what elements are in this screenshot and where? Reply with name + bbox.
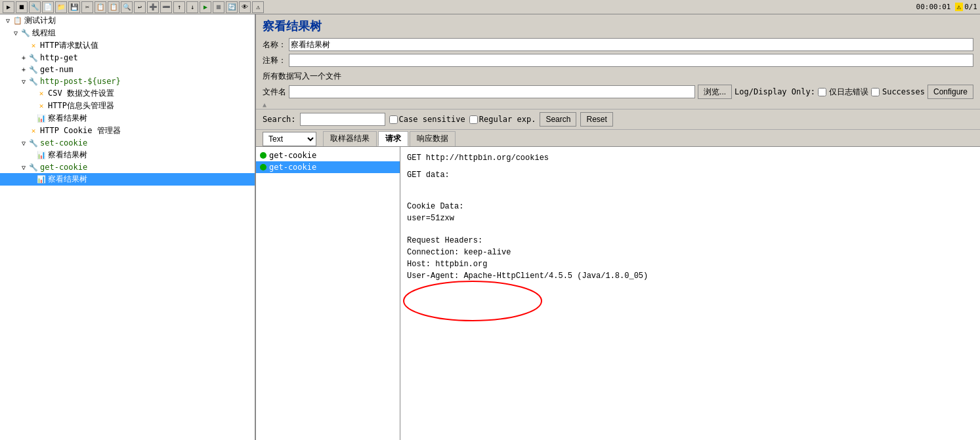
expand-get-num[interactable]: + [20,66,28,73]
expand-view-tree-1[interactable] [28,115,35,123]
toolbar-btn-6[interactable]: 💾 [68,1,80,13]
svg-point-0 [404,281,542,321]
tree-node-test-plan[interactable]: ▽ 📋 测试计划 [0,14,255,27]
main-container: ▽ 📋 测试计划 ▽ 🔧 线程组 ✕ HTTP请求默认值 + 🔧 http-ge… [0,14,980,440]
toolbar-btn-13[interactable]: ➖ [160,1,172,13]
label-get-num: get-num [40,65,74,74]
search-btn[interactable]: Search [540,112,576,127]
expand-http-default[interactable] [20,42,28,50]
log-errors-checkbox[interactable] [818,88,826,96]
annotation-circle [400,278,545,324]
request-text-req-header: Request Headers: [407,235,973,247]
expand-get-cookie[interactable]: ▽ [20,163,28,171]
search-input[interactable] [300,113,385,126]
toolbar-btn-9[interactable]: 📋 [108,1,119,13]
toolbar-btn-8[interactable]: 📋 [95,1,106,13]
expand-http-post[interactable]: ▽ [20,77,28,85]
comment-input[interactable] [289,54,973,67]
icon-get-cookie: 🔧 [28,162,39,172]
label-view-tree-1: 察看结果树 [48,113,87,124]
panel-title: 察看结果树 [256,14,980,37]
log-errors-label: 仅日志错误 [829,87,868,98]
comment-row: 注释： [256,52,980,68]
browse-btn[interactable]: 浏览... [698,85,732,99]
expand-view-tree-3[interactable] [28,176,35,184]
expand-view-tree-2[interactable] [28,151,35,159]
expand-http-get[interactable]: + [20,54,28,62]
icon-test-plan: 📋 [12,16,23,26]
request-text-host: Host: httpbin.org [407,258,973,270]
toolbar-btn-10[interactable]: 🔍 [121,1,133,13]
toolbar-btn-1[interactable]: ▶ [3,1,14,13]
warning-badge: ⚠ [955,3,964,11]
tree-node-view-tree-3[interactable]: 📊 察看结果树 [0,173,255,186]
tree-node-thread-group[interactable]: ▽ 🔧 线程组 [0,27,255,39]
list-item-label-1: get-cookie [269,151,316,160]
tree-node-http-header[interactable]: ✕ HTTP信息头管理器 [0,100,255,112]
toolbar-btn-2[interactable]: ⏹ [16,1,28,13]
tree-node-http-post[interactable]: ▽ 🔧 http-post-${user} [0,75,255,87]
left-list: get-cookie get-cookie [256,147,400,440]
file-input[interactable] [289,85,695,98]
toolbar-btn-eye[interactable]: 👁 [239,1,251,13]
toolbar-btn-7[interactable]: ✂ [81,1,93,13]
format-dropdown[interactable]: Text JSON XML HTML Boundary [263,132,316,146]
list-item-1[interactable]: get-cookie [256,150,400,161]
request-text-cookie-header: Cookie Data: [407,201,973,212]
expand-test-plan[interactable]: ▽ [4,17,12,25]
successes-checkbox[interactable] [871,88,880,96]
warning-count: 0/1 [964,3,977,11]
toolbar-btn-12[interactable]: ➕ [147,1,159,13]
configure-btn[interactable]: Configure [927,85,973,99]
toolbar-btn-15[interactable]: ↓ [186,1,198,13]
toolbar-btn-play[interactable]: ▶ [200,1,211,13]
expand-http-header[interactable] [28,102,35,110]
tree-node-get-cookie[interactable]: ▽ 🔧 get-cookie [0,161,255,173]
request-text-connection: Connection: keep-alive [407,247,973,258]
expand-http-cookie[interactable] [20,127,28,135]
case-sensitive-checkbox[interactable] [389,115,398,124]
tree-node-view-tree-2[interactable]: 📊 察看结果树 [0,149,255,161]
tab-sampler[interactable]: 取样器结果 [323,131,377,146]
file-row: 文件名 浏览... Log/Display Only: 仅日志错误 Succes… [256,83,980,100]
toolbar-btn-reset[interactable]: 🔄 [226,1,238,13]
toolbar-btn-4[interactable]: 📄 [42,1,54,13]
regex-checkbox[interactable] [469,115,478,124]
name-row: 名称： [256,37,980,52]
list-item-2[interactable]: get-cookie [256,161,400,173]
icon-view-tree-3: 📊 [36,174,47,185]
status-dot-1 [260,152,266,159]
expand-csv[interactable] [28,90,35,98]
expand-thread-group[interactable]: ▽ [12,30,20,37]
right-content: GET http://httpbin.org/cookies GET data:… [400,147,980,440]
toolbar-btn-warn[interactable]: ⚠ [252,1,264,13]
tree-node-http-get[interactable]: + 🔧 http-get [0,52,255,64]
icon-http-cookie: ✕ [28,126,39,136]
tree-node-get-num[interactable]: + 🔧 get-num [0,64,255,75]
icon-set-cookie: 🔧 [28,138,39,148]
tab-response[interactable]: 响应数据 [410,131,456,146]
label-get-cookie: get-cookie [40,163,87,172]
tree-node-view-tree-1[interactable]: 📊 察看结果树 [0,112,255,125]
tree-node-http-cookie[interactable]: ✕ HTTP Cookie 管理器 [0,125,255,137]
reset-btn[interactable]: Reset [580,112,612,127]
tree-node-http-default[interactable]: ✕ HTTP请求默认值 [0,39,255,52]
case-sensitive-label: Case sensitive [399,115,465,124]
expand-set-cookie[interactable]: ▽ [20,139,28,147]
icon-http-header: ✕ [36,101,47,111]
label-view-tree-2: 察看结果树 [48,150,87,161]
search-label: Search: [263,115,296,124]
toolbar-btn-5[interactable]: 📁 [55,1,67,13]
list-item-label-2: get-cookie [269,163,316,172]
toolbar-btn-11[interactable]: ↩ [134,1,146,13]
toolbar-btn-3[interactable]: 🔧 [29,1,41,13]
tree-node-set-cookie[interactable]: ▽ 🔧 set-cookie [0,137,255,149]
tree-node-csv-config[interactable]: ✕ CSV 数据文件设置 [0,87,255,100]
toolbar-btn-stop[interactable]: ⏹ [213,1,224,13]
regex-item: Regular exp. [469,115,536,124]
icon-csv: ✕ [36,89,47,99]
toolbar: ▶ ⏹ 🔧 📄 📁 💾 ✂ 📋 📋 🔍 ↩ ➕ ➖ ↑ ↓ ▶ ⏹ 🔄 👁 ⚠ … [0,0,980,14]
tab-request[interactable]: 请求 [378,131,408,146]
name-input[interactable] [289,38,973,51]
toolbar-btn-14[interactable]: ↑ [173,1,185,13]
